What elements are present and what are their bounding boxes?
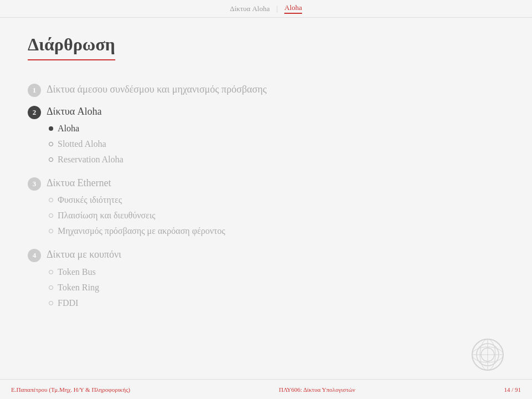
sub-item-4-2: FDDI: [49, 296, 504, 310]
outline-list: 1 Δίκτυα άμεσου συνδέσμου και μηχανισμός…: [28, 83, 504, 312]
sub-item-3-1: Πλαισίωση και διευθύνσεις: [49, 209, 504, 222]
bullet-icon: [49, 301, 53, 305]
footer-center: ΠΛΥ606: Δίκτυα Υπολογιστών: [279, 386, 355, 393]
bullet-icon: [49, 229, 53, 233]
bullet-icon: [49, 126, 53, 131]
item-number-1: 1: [28, 84, 41, 97]
item-label-3: Δίκτυα Ethernet: [47, 176, 504, 190]
outline-item-2: 2 Δίκτυα Aloha Aloha Slotted Aloha Reser…: [28, 105, 504, 168]
footer: Ε.Παπαπέτρου (Τμ.Μηχ. Η/Υ & Πληροφορικής…: [0, 379, 532, 399]
outline-item-3: 3 Δίκτυα Ethernet Φυσικές ιδιότητες Πλαι…: [28, 176, 504, 240]
sub-item-2-1: Slotted Aloha: [49, 137, 504, 151]
item-number-4: 4: [28, 249, 41, 262]
page-title: Διάρθρωση: [28, 34, 115, 60]
nav-separator: |: [277, 4, 278, 13]
sub-list-3: Φυσικές ιδιότητες Πλαισίωση και διευθύνσ…: [47, 193, 504, 238]
sub-list-2: Aloha Slotted Aloha Reservation Aloha: [47, 122, 504, 166]
nav-item-aloha[interactable]: Aloha: [284, 3, 302, 14]
sub-list-4: Token Bus Token Ring FDDI: [47, 265, 504, 310]
bullet-icon: [49, 285, 53, 290]
bullet-icon: [49, 142, 53, 146]
nav-item-diktyua-aloha[interactable]: Δίκτυα Aloha: [230, 4, 270, 13]
sub-item-2-2: Reservation Aloha: [49, 153, 504, 166]
bullet-icon: [49, 198, 53, 202]
item-label-2: Δίκτυα Aloha: [47, 105, 504, 119]
item-number-3: 3: [28, 177, 41, 191]
footer-right: 14 / 91: [504, 386, 521, 393]
outline-item-4: 4 Δίκτυα με κουπόνι Token Bus Token Ring…: [28, 248, 504, 311]
bullet-icon: [49, 157, 53, 162]
top-navigation: Δίκτυα Aloha | Aloha: [0, 0, 532, 18]
sub-item-4-1: Token Ring: [49, 281, 504, 294]
main-content: Διάρθρωση 1 Δίκτυα άμεσου συνδέσμου και …: [0, 18, 532, 379]
sub-item-4-0: Token Bus: [49, 265, 504, 279]
footer-left: Ε.Παπαπέτρου (Τμ.Μηχ. Η/Υ & Πληροφορικής…: [11, 386, 130, 393]
sub-item-2-0: Aloha: [49, 122, 504, 135]
sub-item-3-0: Φυσικές ιδιότητες: [49, 193, 504, 207]
bullet-icon: [49, 270, 53, 274]
item-label-4: Δίκτυα με κουπόνι: [47, 248, 504, 262]
logo-watermark: [471, 338, 504, 371]
sub-item-3-2: Μηχανισμός πρόσβασης με ακρόαση φέροντος: [49, 224, 504, 238]
outline-item-1: 1 Δίκτυα άμεσου συνδέσμου και μηχανισμός…: [28, 83, 504, 97]
item-label-1: Δίκτυα άμεσου συνδέσμου και μηχανισμός π…: [47, 83, 504, 96]
bullet-icon: [49, 213, 53, 218]
item-number-2: 2: [28, 106, 41, 119]
